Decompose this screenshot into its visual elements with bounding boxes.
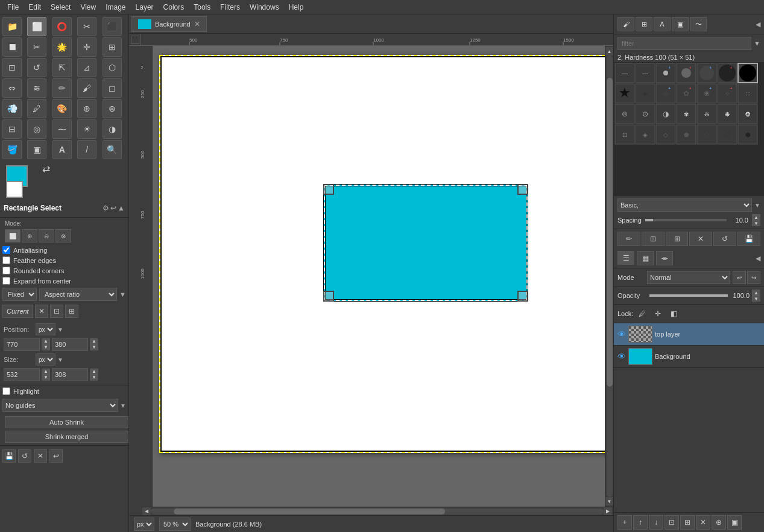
tool-eraser[interactable]: ◻ xyxy=(103,78,122,98)
tool-flip[interactable]: ⇔ xyxy=(2,78,22,98)
size-h-down[interactable]: ▼ xyxy=(90,375,98,381)
menu-layer[interactable]: Layer xyxy=(131,2,159,13)
pos-x-down[interactable]: ▼ xyxy=(42,344,50,350)
layer-delete-btn[interactable]: ✕ xyxy=(696,515,710,530)
tab-paths[interactable]: ⌯ xyxy=(656,251,673,265)
layer-merge-btn[interactable]: ⊞ xyxy=(680,515,695,530)
tool-file[interactable]: 📁 xyxy=(2,17,22,36)
color-swap-icon[interactable]: ⇄ xyxy=(42,163,50,174)
lock-position-btn[interactable]: ✛ xyxy=(651,307,665,320)
layer-anchor-btn[interactable]: ⊕ xyxy=(712,515,726,530)
tool-move[interactable]: ✛ xyxy=(77,37,96,57)
size-w-input[interactable] xyxy=(4,368,40,381)
toolbox-reset-icon[interactable]: ↺ xyxy=(18,449,31,463)
v-scroll-thumb[interactable] xyxy=(607,78,613,387)
menu-select[interactable]: Select xyxy=(46,2,75,13)
preset-select[interactable]: Basic, xyxy=(617,198,752,212)
layer-add-btn[interactable]: + xyxy=(617,515,632,530)
menu-view[interactable]: View xyxy=(75,2,101,13)
mode-intersect[interactable]: ⊗ xyxy=(55,229,71,242)
size-h-up[interactable]: ▲ xyxy=(90,369,98,375)
pos-x-input[interactable] xyxy=(4,338,40,351)
tool-paintbrush[interactable]: 🖌 xyxy=(77,78,96,98)
tool-select-by-color[interactable]: 🔲 xyxy=(2,37,22,57)
tool-text[interactable]: A xyxy=(52,140,72,159)
auto-shrink-button[interactable]: Auto Shrink xyxy=(5,416,128,428)
vertical-scrollbar[interactable]: ▲ ▼ xyxy=(605,46,613,507)
pos-y-input[interactable] xyxy=(52,338,88,351)
tab-close-btn[interactable]: ✕ xyxy=(194,20,200,28)
panel-gradient-icon[interactable]: ▣ xyxy=(672,17,689,31)
position-unit-select[interactable]: px xyxy=(36,323,55,335)
pos-x-up[interactable]: ▲ xyxy=(42,338,50,344)
opacity-track[interactable] xyxy=(649,294,728,297)
canvas-scroll-area[interactable] xyxy=(153,46,605,507)
tool-pencil[interactable]: ✏ xyxy=(52,78,72,98)
corner-btn[interactable] xyxy=(131,36,139,44)
h-scroll-thumb[interactable] xyxy=(174,508,446,515)
tool-fuzzy-select[interactable]: ⬛ xyxy=(103,17,122,36)
layer-item-top[interactable]: 👁 top layer xyxy=(614,323,764,346)
tool-clone[interactable]: ⊕ xyxy=(77,99,96,118)
mode-add[interactable]: ⊕ xyxy=(22,229,37,242)
toolbox-save-icon[interactable]: 💾 xyxy=(2,449,16,463)
v-scroll-track[interactable] xyxy=(607,55,613,497)
tool-dodge[interactable]: ☀ xyxy=(77,119,96,139)
lock-alpha-btn[interactable]: ◧ xyxy=(667,307,680,320)
spacing-up[interactable]: ▲ xyxy=(752,214,760,220)
mode-subtract[interactable]: ⊖ xyxy=(39,229,54,242)
layer-item-background[interactable]: 👁 Background xyxy=(614,346,764,368)
tool-bucket-fill[interactable]: 🪣 xyxy=(2,140,22,159)
brush-edit-btn[interactable]: ✏ xyxy=(617,232,640,246)
opacity-up[interactable]: ▲ xyxy=(752,290,760,296)
tool-eyedropper[interactable]: / xyxy=(77,140,96,159)
tool-shear[interactable]: ⊿ xyxy=(77,58,96,77)
current-view-btn[interactable]: ⊞ xyxy=(65,305,78,318)
size-h-input[interactable] xyxy=(52,368,88,381)
layer-raise-btn[interactable]: ↑ xyxy=(633,515,648,530)
opacity-down[interactable]: ▼ xyxy=(752,296,760,302)
menu-help[interactable]: Help xyxy=(284,2,309,13)
status-unit-select[interactable]: px xyxy=(134,518,154,531)
tool-blend[interactable]: ▣ xyxy=(27,140,46,159)
lock-pixels-btn[interactable]: 🖊 xyxy=(636,307,649,320)
brush-refresh-btn[interactable]: ↺ xyxy=(713,232,736,246)
menu-file[interactable]: File xyxy=(2,2,24,13)
tool-blur[interactable]: ◎ xyxy=(27,119,46,139)
menu-edit[interactable]: Edit xyxy=(24,2,46,13)
panel-pattern-icon[interactable]: ⊞ xyxy=(636,17,652,31)
tool-scale[interactable]: ⇱ xyxy=(52,58,72,77)
menu-windows[interactable]: Windows xyxy=(245,2,284,13)
tool-perspective-clone[interactable]: ⊟ xyxy=(2,119,22,139)
feather-checkbox[interactable] xyxy=(2,256,10,264)
layer-visibility-bg[interactable]: 👁 xyxy=(617,352,626,361)
tab-layers[interactable]: ☰ xyxy=(617,251,634,265)
current-x-btn[interactable]: ✕ xyxy=(35,305,48,318)
size-w-down[interactable]: ▼ xyxy=(42,375,50,381)
mode-prev-btn[interactable]: ↩ xyxy=(733,271,746,284)
tool-foreground-select[interactable]: 🌟 xyxy=(52,37,72,57)
layer-duplicate-btn[interactable]: ⊡ xyxy=(665,515,679,530)
tool-rotate[interactable]: ↺ xyxy=(27,58,46,77)
size-unit-select[interactable]: px xyxy=(36,353,55,366)
highlight-checkbox[interactable] xyxy=(2,387,10,395)
canvas-tab-background[interactable]: Background ✕ xyxy=(131,16,207,32)
filter-dropdown-icon[interactable]: ▼ xyxy=(754,40,760,47)
aspect-ratio-select[interactable]: Aspect ratio xyxy=(39,288,117,301)
tool-warp[interactable]: ≋ xyxy=(27,78,46,98)
current-copy-btn[interactable]: ⊡ xyxy=(50,305,63,318)
toolbox-delete-icon[interactable]: ✕ xyxy=(34,449,47,463)
brush-delete-btn[interactable]: ✕ xyxy=(689,232,712,246)
tool-mypaint[interactable]: 🎨 xyxy=(52,99,72,118)
horizontal-scrollbar[interactable]: ◀ ▶ xyxy=(141,507,613,515)
rounded-checkbox[interactable] xyxy=(2,267,10,274)
layer-visibility-top[interactable]: 👁 xyxy=(617,329,626,339)
panel-dynamics-icon[interactable]: 〜 xyxy=(690,17,707,31)
brush-duplicate-btn[interactable]: ⊡ xyxy=(642,232,665,246)
tab-channels[interactable]: ▦ xyxy=(637,251,654,265)
brush-filter-input[interactable] xyxy=(617,37,751,50)
tool-align[interactable]: ⊞ xyxy=(103,37,122,57)
background-color[interactable] xyxy=(6,181,23,198)
tool-desaturate[interactable]: ◑ xyxy=(103,119,122,139)
mode-next-btn[interactable]: ↪ xyxy=(747,271,760,284)
